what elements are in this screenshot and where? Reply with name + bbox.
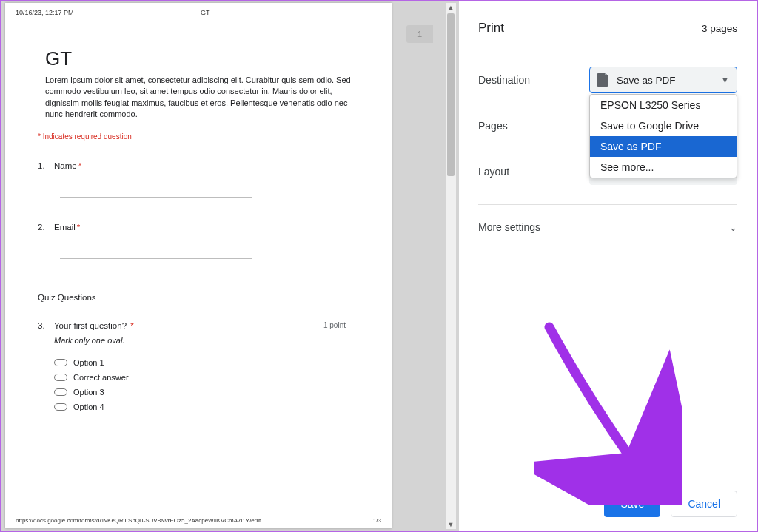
preview-page-1: 10/16/23, 12:17 PM GT GT Lorem ipsum dol… [5, 3, 392, 528]
dest-option-more[interactable]: See more... [590, 157, 737, 178]
oval-icon [54, 374, 67, 381]
q2-input-line [60, 258, 252, 259]
q1-number: 1. [38, 161, 54, 170]
q2-label: Email* [54, 223, 359, 232]
pages-label: Pages [478, 120, 589, 132]
q3-option-2: Correct answer [54, 373, 381, 382]
page-number-badge: 1 [406, 25, 433, 43]
q3-number: 3. [38, 321, 54, 330]
destination-value: Save as PDF [617, 75, 676, 86]
more-settings-toggle[interactable]: More settings ⌄ [478, 221, 737, 233]
scroll-down-icon[interactable]: ▼ [446, 520, 456, 529]
print-title: Print [478, 21, 504, 36]
q2-number: 2. [38, 223, 54, 232]
page-header: 10/16/23, 12:17 PM GT [16, 9, 381, 16]
q3-points: 1 point [323, 321, 359, 329]
q3-option-1: Option 1 [54, 358, 381, 367]
chevron-down-icon: ▼ [721, 75, 729, 84]
footer-url: https://docs.google.com/forms/d/1vKeQRiL… [16, 517, 261, 524]
print-settings-panel: Print 3 pages Destination Save as PDF ▼ … [459, 1, 757, 531]
dest-option-pdf[interactable]: Save as PDF [590, 136, 737, 157]
q3-option-4: Option 4 [54, 403, 381, 411]
q1-label: Name* [54, 161, 359, 170]
q3-label: Your first question? * [54, 321, 323, 330]
chevron-down-icon: ⌄ [729, 222, 737, 233]
scroll-thumb[interactable] [447, 13, 455, 176]
question-3: 3. Your first question? * 1 point [38, 321, 359, 330]
page-count-label: 3 pages [702, 23, 737, 34]
form-title: GT [45, 47, 352, 70]
q3-hint: Mark only one oval. [54, 336, 381, 345]
footer-page-num: 1/3 [373, 517, 381, 524]
required-indicator: * Indicates required question [38, 132, 359, 141]
oval-icon [54, 403, 67, 411]
destination-label: Destination [478, 74, 589, 86]
file-icon [597, 73, 609, 87]
dialog-footer: Save Cancel [478, 479, 737, 517]
destination-row: Destination Save as PDF ▼ EPSON L3250 Se… [478, 67, 737, 93]
layout-label: Layout [478, 166, 589, 178]
form-description: Lorem ipsum dolor sit amet, consectetur … [45, 75, 352, 121]
preview-header-title: GT [201, 9, 210, 16]
save-button[interactable]: Save [604, 491, 660, 517]
more-settings-label: More settings [478, 221, 540, 233]
section-quiz-title: Quiz Questions [38, 293, 359, 302]
preview-scrollbar[interactable]: ▲ ▼ [446, 3, 456, 529]
oval-icon [54, 388, 67, 396]
q1-input-line [60, 197, 252, 198]
scroll-up-icon[interactable]: ▲ [446, 3, 456, 12]
page-footer: https://docs.google.com/forms/d/1vKeQRiL… [16, 517, 381, 524]
print-preview-area: 10/16/23, 12:17 PM GT GT Lorem ipsum dol… [1, 1, 459, 531]
destination-dropdown: EPSON L3250 Series Save to Google Drive … [589, 94, 737, 178]
settings-divider [478, 204, 737, 205]
question-1: 1. Name* [38, 161, 359, 170]
q3-option-3: Option 3 [54, 388, 381, 397]
preview-timestamp: 10/16/23, 12:17 PM [16, 9, 74, 16]
dest-option-gdrive[interactable]: Save to Google Drive [590, 115, 737, 136]
destination-select[interactable]: Save as PDF ▼ EPSON L3250 Series Save to… [589, 67, 737, 93]
dest-option-epson[interactable]: EPSON L3250 Series [590, 95, 737, 115]
oval-icon [54, 359, 67, 366]
question-2: 2. Email* [38, 223, 359, 232]
cancel-button[interactable]: Cancel [671, 491, 737, 517]
